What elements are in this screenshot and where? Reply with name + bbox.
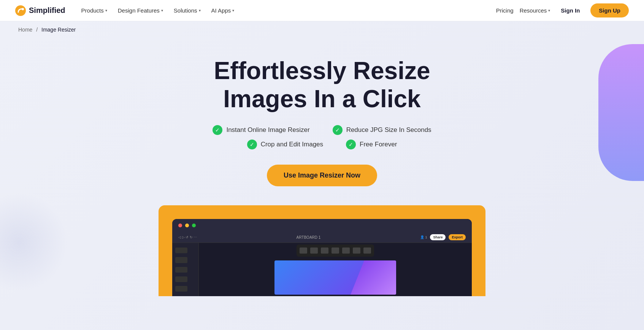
- svg-point-0: [15, 5, 26, 16]
- toolbar-item-3: [321, 248, 328, 254]
- toolbar-item-7: [363, 248, 371, 254]
- breadcrumb-home[interactable]: Home: [18, 27, 32, 33]
- share-button[interactable]: Share: [430, 234, 446, 240]
- feature-crop-edit: ✓ Crop and Edit Images: [247, 140, 323, 149]
- nav-products[interactable]: Products ▾: [77, 4, 112, 17]
- hero-content: Effortlessly Resize Images In a Click ✓ …: [0, 38, 644, 311]
- cta-button[interactable]: Use Image Resizer Now: [267, 165, 377, 186]
- nav-resources[interactable]: Resources ▾: [520, 7, 550, 14]
- window-title-bar: [172, 219, 472, 232]
- logo-link[interactable]: Simplified: [15, 5, 65, 16]
- hero-section: Home / Image Resizer Effortlessly Resize…: [0, 21, 644, 330]
- breadcrumb-separator: /: [36, 27, 38, 33]
- topbar-actions: 👤 1 Share Export: [420, 234, 466, 240]
- app-canvas-area: [199, 243, 472, 296]
- app-window: ◁ ▷ ↺ ↻ ⋯ ARTBOARD 1 👤 1 Share Export: [172, 219, 472, 296]
- nav-right: Pricing Resources ▾ Sign In Sign Up: [496, 3, 629, 17]
- canvas-toolbar: [297, 244, 374, 257]
- sidebar-icon-3: [175, 267, 187, 273]
- breadcrumb: Home / Image Resizer: [0, 21, 644, 38]
- toolbar-item-5: [342, 248, 350, 254]
- toolbar-item-6: [353, 248, 360, 254]
- solutions-chevron-icon: ▾: [199, 8, 201, 13]
- feature-free-forever: ✓ Free Forever: [346, 140, 397, 149]
- signin-button[interactable]: Sign In: [556, 5, 584, 16]
- check-icon-3: ✓: [247, 140, 257, 149]
- ai-apps-chevron-icon: ▾: [232, 8, 234, 13]
- toolbar-item-2: [310, 248, 318, 254]
- artboard-title: ARTBOARD 1: [297, 235, 321, 240]
- features-row-1: ✓ Instant Online Image Resizer ✓ Reduce …: [15, 125, 629, 135]
- nav-design-features[interactable]: Design Features ▾: [113, 4, 168, 17]
- hero-title: Effortlessly Resize Images In a Click: [170, 57, 474, 113]
- breadcrumb-current: Image Resizer: [41, 27, 76, 33]
- logo-icon: [15, 5, 26, 16]
- logo-text: Simplified: [29, 6, 65, 15]
- nav-links: Products ▾ Design Features ▾ Solutions ▾…: [77, 4, 496, 17]
- signup-button[interactable]: Sign Up: [590, 3, 629, 17]
- sidebar-icon-5: [175, 286, 187, 292]
- svg-point-1: [22, 8, 24, 10]
- navbar: Simplified Products ▾ Design Features ▾ …: [0, 0, 644, 21]
- feature-reduce-jpg: ✓ Reduce JPG Size In Seconds: [333, 125, 431, 135]
- bg-decoration-purple: [598, 44, 644, 181]
- window-dot-yellow: [185, 224, 189, 227]
- canvas-preview: [274, 260, 396, 295]
- resources-chevron-icon: ▾: [548, 8, 550, 13]
- window-topbar: ◁ ▷ ↺ ↻ ⋯ ARTBOARD 1 👤 1 Share Export: [172, 232, 472, 243]
- sidebar-icon-4: [175, 276, 187, 282]
- sidebar-icon-2: [175, 257, 187, 263]
- window-dot-red: [178, 224, 182, 227]
- app-sidebar: [172, 243, 199, 296]
- pricing-link[interactable]: Pricing: [496, 7, 514, 14]
- design-features-chevron-icon: ▾: [161, 8, 163, 13]
- nav-solutions[interactable]: Solutions ▾: [169, 4, 205, 17]
- check-icon-1: ✓: [213, 125, 222, 135]
- window-main-area: [172, 243, 472, 296]
- features-row-2: ✓ Crop and Edit Images ✓ Free Forever: [15, 140, 629, 149]
- check-icon-2: ✓: [333, 125, 343, 135]
- toolbar-item-1: [300, 248, 307, 254]
- sidebar-icon-1: [175, 248, 187, 253]
- export-button[interactable]: Export: [449, 234, 466, 240]
- window-dot-green: [192, 224, 196, 227]
- toolbar-item-4: [332, 248, 339, 254]
- canvas-art: [351, 260, 396, 295]
- products-chevron-icon: ▾: [105, 8, 107, 13]
- user-icon: 👤 1: [420, 235, 427, 239]
- nav-ai-apps[interactable]: AI Apps ▾: [207, 4, 239, 17]
- topbar-nav-icons: ◁ ▷ ↺ ↻ ⋯: [178, 235, 197, 239]
- app-preview: ◁ ▷ ↺ ↻ ⋯ ARTBOARD 1 👤 1 Share Export: [159, 205, 485, 296]
- feature-instant-resizer: ✓ Instant Online Image Resizer: [213, 125, 309, 135]
- check-icon-4: ✓: [346, 140, 356, 149]
